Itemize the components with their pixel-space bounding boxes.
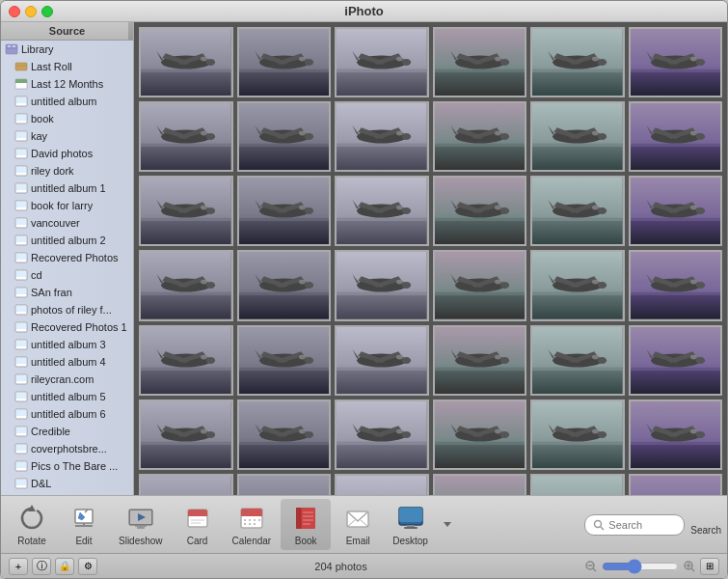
sidebar-item-untitled-album-5[interactable]: untitled album 4 [1, 353, 133, 371]
sidebar-item-vancouver[interactable]: vancouver [1, 214, 133, 232]
photo-grid-container[interactable] [134, 22, 727, 495]
lock-button[interactable]: 🔒 [55, 558, 74, 575]
sidebar-item-recovered-photos[interactable]: Recovered Photos [1, 249, 133, 266]
email-button[interactable]: Email [333, 499, 383, 550]
sidebar-item-san-fran[interactable]: SAn fran [1, 284, 133, 301]
action-button[interactable]: ⚙ [78, 558, 97, 575]
info-button[interactable]: ⓘ [32, 558, 51, 575]
sidebar-item-untitled-album-7[interactable]: untitled album 6 [1, 405, 133, 423]
svg-point-347 [206, 431, 215, 438]
photo-thumb[interactable] [530, 474, 625, 495]
add-icon: + [15, 561, 21, 572]
photo-thumb[interactable] [530, 101, 625, 172]
slideshow-button[interactable]: Slideshow [111, 499, 171, 550]
photo-thumb[interactable] [433, 101, 527, 172]
photo-thumb[interactable] [139, 176, 233, 246]
photo-thumb[interactable] [139, 250, 233, 320]
sidebar-item-untitled-album-6[interactable]: untitled album 5 [1, 388, 133, 405]
sidebar-item-last-12[interactable]: Last 12 Months [1, 75, 133, 93]
view-toggle-button[interactable]: ⊞ [700, 558, 719, 575]
sidebar-item-dl[interactable]: D&L [1, 475, 133, 492]
photo-thumb[interactable] [629, 325, 723, 396]
svg-rect-323 [532, 367, 623, 394]
photo-thumb[interactable] [139, 101, 233, 172]
photo-thumb[interactable] [335, 250, 429, 320]
photo-thumb[interactable] [433, 27, 527, 97]
sidebar-scroll[interactable]: LibraryLast RollLast 12 Monthsuntitled a… [1, 41, 133, 495]
photo-thumb[interactable] [629, 250, 723, 320]
svg-point-132 [201, 131, 207, 136]
sidebar-item-untitled-album-1[interactable]: untitled album [1, 93, 133, 110]
svg-point-240 [201, 280, 207, 285]
sidebar-item-pics-bare[interactable]: Pics o The Bare ... [1, 457, 133, 475]
sidebar-item-untitled-album-3[interactable]: untitled album 2 [1, 232, 133, 249]
photo-thumb[interactable] [237, 27, 332, 97]
photo-thumb[interactable] [433, 400, 527, 470]
sidebar-item-last-roll[interactable]: Last Roll [1, 58, 133, 75]
photo-thumb[interactable] [433, 325, 527, 396]
sidebar-item-untitled-album-2[interactable]: untitled album 1 [1, 179, 133, 197]
photo-thumb[interactable] [530, 325, 625, 396]
search-input[interactable] [608, 519, 676, 531]
photo-thumb[interactable] [530, 250, 625, 320]
photo-thumb[interactable] [433, 474, 527, 495]
minimize-button[interactable] [25, 6, 37, 17]
sidebar-item-kay[interactable]: kay [1, 127, 133, 145]
maximize-button[interactable] [41, 6, 53, 17]
book-button[interactable]: Book [281, 499, 331, 550]
card-button[interactable]: Card [173, 499, 223, 550]
sidebar-item-untitled-album-4[interactable]: untitled album 3 [1, 336, 133, 353]
sidebar-item-credible[interactable]: Credible [1, 423, 133, 440]
svg-rect-39 [16, 358, 26, 364]
svg-point-203 [402, 207, 411, 214]
sidebar-item-cd[interactable]: cd [1, 266, 133, 284]
photo-thumb[interactable] [530, 400, 625, 470]
photo-thumb[interactable] [139, 474, 233, 495]
search-box[interactable] [584, 514, 685, 536]
sidebar-item-library[interactable]: Library [1, 41, 133, 58]
edit-button[interactable]: Edit [59, 499, 109, 550]
resize-handle[interactable] [128, 22, 133, 40]
zoom-in-icon [683, 560, 696, 573]
photo-thumb[interactable] [237, 250, 332, 320]
photo-thumb[interactable] [335, 101, 429, 172]
photo-thumb[interactable] [139, 325, 233, 396]
sidebar-item-photos-riley[interactable]: photos of riley f... [1, 301, 133, 318]
close-button[interactable] [9, 6, 20, 17]
photo-thumb[interactable] [530, 176, 625, 246]
search-label: Search [690, 525, 721, 536]
more-button[interactable] [438, 506, 455, 544]
photo-thumb[interactable] [433, 176, 527, 246]
calendar-button[interactable]: Calendar [225, 499, 280, 550]
photo-thumb[interactable] [629, 27, 723, 97]
photo-thumb[interactable] [530, 27, 625, 97]
photo-thumb[interactable] [335, 474, 429, 495]
sidebar-item-david-photos[interactable]: David photos [1, 145, 133, 162]
rotate-button[interactable]: Rotate [7, 499, 57, 550]
photo-thumb[interactable] [237, 325, 332, 396]
photo-thumb[interactable] [335, 176, 429, 246]
sidebar-item-book-for-larry[interactable]: book for larry [1, 197, 133, 214]
photo-thumb[interactable] [335, 400, 429, 470]
sidebar-item-coverphotos[interactable]: coverphotsbre... [1, 440, 133, 457]
photo-thumb[interactable] [629, 474, 723, 495]
sidebar-item-recovered-photos-1[interactable]: Recovered Photos 1 [1, 318, 133, 336]
photo-thumb[interactable] [139, 27, 233, 97]
photo-thumb[interactable] [237, 474, 332, 495]
sidebar-item-rileycran[interactable]: rileycran.com [1, 371, 133, 388]
photo-thumb[interactable] [237, 400, 332, 470]
photo-thumb[interactable] [629, 176, 723, 246]
photo-thumb[interactable] [335, 27, 429, 97]
photo-thumb[interactable] [335, 325, 429, 396]
add-button[interactable]: + [9, 558, 28, 575]
desktop-button[interactable]: Desktop [385, 499, 436, 550]
sidebar-item-riley-dork[interactable]: riley dork [1, 162, 133, 179]
photo-thumb[interactable] [433, 250, 527, 320]
photo-thumb[interactable] [237, 101, 332, 172]
photo-thumb[interactable] [629, 101, 723, 172]
photo-thumb[interactable] [629, 400, 723, 470]
photo-thumb[interactable] [237, 176, 332, 246]
photo-thumb[interactable] [139, 400, 233, 470]
sidebar-item-book[interactable]: book [1, 110, 133, 127]
zoom-slider[interactable] [602, 561, 679, 572]
